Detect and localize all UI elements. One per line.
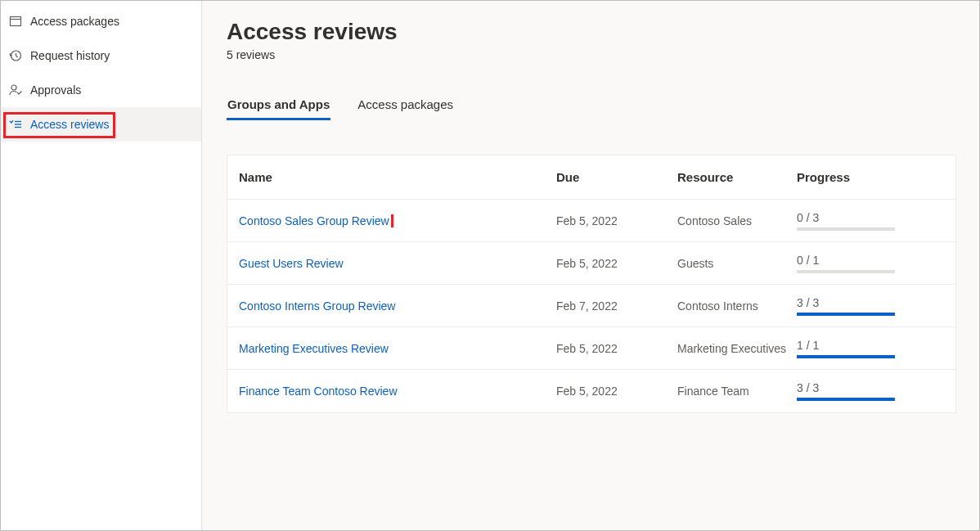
cell-progress: 3 / 3: [797, 381, 895, 401]
reviews-table: Name Due Resource Progress Contoso Sales…: [227, 155, 956, 413]
cell-resource: Guests: [677, 257, 797, 270]
package-icon: [9, 15, 22, 28]
cell-progress: 0 / 3: [797, 211, 895, 231]
sidebar-item-label: Access reviews: [30, 118, 109, 131]
table-body: Contoso Sales Group ReviewFeb 5, 2022Con…: [227, 200, 955, 412]
progress-label: 3 / 3: [797, 296, 895, 309]
cell-name: Finance Team Contoso Review: [239, 385, 556, 398]
progress-bar: [797, 227, 895, 231]
progress-fill: [797, 313, 895, 316]
sidebar-item-label: Request history: [30, 49, 110, 62]
cell-name: Contoso Sales Group Review: [239, 214, 556, 227]
sidebar-item-label: Access packages: [30, 15, 119, 28]
sidebar-item-access-packages[interactable]: Access packages: [1, 4, 201, 38]
table-row[interactable]: Contoso Sales Group ReviewFeb 5, 2022Con…: [227, 200, 955, 242]
cell-progress: 1 / 1: [797, 339, 895, 358]
highlight-box-icon: [239, 214, 393, 227]
cell-due: Feb 5, 2022: [556, 385, 677, 398]
cell-progress: 0 / 1: [797, 254, 895, 273]
sidebar-item-label: Approvals: [30, 83, 81, 97]
table-row[interactable]: Contoso Interns Group ReviewFeb 7, 2022C…: [227, 285, 955, 327]
progress-bar: [797, 313, 895, 316]
cell-resource: Contoso Sales: [677, 214, 797, 227]
tab-groups-and-apps[interactable]: Groups and Apps: [227, 97, 330, 120]
app-shell: Access packages Request history Appr: [1, 1, 979, 530]
progress-fill: [797, 398, 895, 401]
table-header: Name Due Resource Progress: [227, 155, 955, 200]
review-icon: [9, 118, 22, 131]
progress-label: 1 / 1: [797, 339, 895, 352]
progress-label: 0 / 3: [797, 211, 895, 224]
cell-name: Guest Users Review: [239, 257, 556, 270]
sidebar-item-access-reviews[interactable]: Access reviews: [1, 107, 201, 142]
main-content: Access reviews 5 reviews Groups and Apps…: [202, 1, 979, 530]
table-row[interactable]: Marketing Executives ReviewFeb 5, 2022Ma…: [227, 327, 955, 370]
svg-point-3: [11, 85, 16, 90]
cell-resource: Contoso Interns: [677, 299, 797, 313]
review-link[interactable]: Marketing Executives Review: [239, 342, 389, 355]
table-row[interactable]: Guest Users ReviewFeb 5, 2022Guests0 / 1: [227, 242, 955, 285]
table-row[interactable]: Finance Team Contoso ReviewFeb 5, 2022Fi…: [227, 370, 955, 412]
cell-due: Feb 5, 2022: [556, 342, 677, 355]
sidebar-item-approvals[interactable]: Approvals: [1, 73, 201, 107]
col-name[interactable]: Name: [239, 170, 556, 184]
cell-resource: Finance Team: [677, 385, 797, 398]
review-link[interactable]: Contoso Sales Group Review: [239, 214, 389, 227]
cell-progress: 3 / 3: [797, 296, 895, 316]
cell-due: Feb 5, 2022: [556, 257, 677, 270]
progress-label: 3 / 3: [797, 381, 895, 394]
cell-name: Marketing Executives Review: [239, 342, 556, 355]
col-due[interactable]: Due: [556, 170, 677, 184]
col-progress[interactable]: Progress: [797, 170, 895, 184]
cell-name: Contoso Interns Group Review: [239, 299, 556, 313]
tabs: Groups and Apps Access packages: [227, 97, 956, 120]
cell-due: Feb 5, 2022: [556, 214, 677, 227]
sidebar-item-request-history[interactable]: Request history: [1, 38, 201, 73]
progress-bar: [797, 398, 895, 401]
svg-rect-0: [11, 17, 21, 26]
sidebar: Access packages Request history Appr: [1, 1, 202, 530]
review-count: 5 reviews: [227, 48, 956, 61]
col-resource[interactable]: Resource: [677, 170, 797, 184]
progress-bar: [797, 355, 895, 358]
cell-resource: Marketing Executives: [677, 342, 797, 355]
cell-due: Feb 7, 2022: [556, 299, 677, 313]
review-link[interactable]: Contoso Interns Group Review: [239, 299, 395, 313]
progress-bar: [797, 270, 895, 273]
history-icon: [9, 49, 22, 62]
progress-label: 0 / 1: [797, 254, 895, 267]
review-link[interactable]: Finance Team Contoso Review: [239, 385, 398, 398]
progress-fill: [797, 355, 895, 358]
page-title: Access reviews: [227, 19, 956, 45]
tab-access-packages[interactable]: Access packages: [357, 97, 454, 120]
review-link[interactable]: Guest Users Review: [239, 257, 344, 270]
approval-icon: [9, 83, 22, 97]
